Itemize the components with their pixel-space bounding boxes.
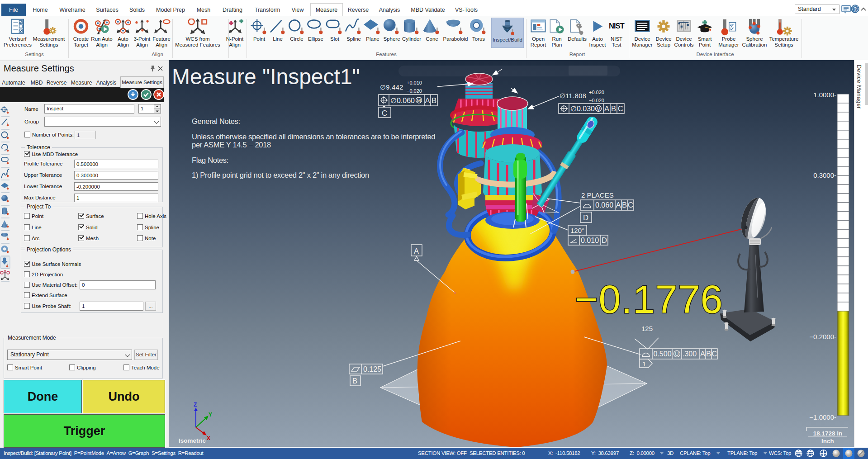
svg-text:A: A [425,96,430,104]
svg-text:B: B [622,201,627,209]
svg-text:B: B [432,96,436,104]
svg-text:0.010: 0.010 [581,237,599,244]
svg-text:A: A [414,247,419,255]
svg-text:1: 1 [642,360,646,368]
svg-text:Z: Z [194,402,197,408]
svg-text:2 PLACES: 2 PLACES [581,191,614,199]
svg-text:1) Profile point grid not to e: 1) Profile point grid not to exceed 2" x… [192,171,369,179]
svg-text:C: C [618,104,623,113]
svg-text:U: U [675,351,678,357]
svg-text:120°: 120° [570,227,584,234]
svg-text:M: M [417,98,421,103]
svg-text:?: ? [854,6,857,12]
svg-text:∅11.808: ∅11.808 [560,92,586,99]
svg-text:.300: .300 [683,350,697,358]
svg-text:−0.020: −0.020 [589,98,604,103]
svg-text:0.125: 0.125 [363,365,381,373]
svg-text:Flag Notes:: Flag Notes: [192,156,228,164]
svg-text:C: C [628,201,633,209]
svg-text:Y: Y [209,412,212,418]
svg-text:0.3000-: 0.3000- [813,171,836,179]
svg-text:Isometric: Isometric [179,437,206,444]
svg-text:∅0.030: ∅0.030 [570,105,595,113]
svg-text:−0.1776: −0.1776 [575,277,723,322]
svg-text:per ASME Y 14.5 − 2018: per ASME Y 14.5 − 2018 [192,141,271,149]
svg-text:+0.010: +0.010 [407,80,422,85]
svg-text:A: A [700,350,705,358]
svg-text:Inch: Inch [821,438,834,445]
svg-text:X: X [207,435,210,441]
svg-text:B: B [706,350,711,358]
svg-text:A: A [616,201,621,209]
svg-text:∅0.060: ∅0.060 [390,97,415,104]
svg-text:B: B [352,377,357,385]
svg-text:Unless otherwise specified all: Unless otherwise specified all dimension… [192,132,435,141]
svg-text:+0.020: +0.020 [589,90,604,95]
svg-text:A: A [604,104,609,113]
svg-text:B: B [611,104,616,113]
svg-text:−0.020: −0.020 [407,88,422,94]
svg-text:D: D [602,236,607,244]
svg-text:C: C [382,109,387,117]
svg-text:0.060: 0.060 [595,201,613,209]
svg-text:0.500: 0.500 [654,350,672,358]
svg-text:M: M [596,106,600,112]
svg-text:−1.0000-: −1.0000- [809,413,836,421]
svg-text:1.0000-: 1.0000- [813,91,836,99]
svg-text:∅9.442: ∅9.442 [380,84,403,91]
svg-text:C: C [712,350,717,358]
svg-text:D: D [583,213,588,222]
svg-text:Measure "Inspect1": Measure "Inspect1" [172,65,360,89]
svg-text:18.1728 in: 18.1728 in [813,430,843,437]
svg-text:General Notes:: General Notes: [192,117,240,125]
svg-text:125: 125 [641,325,653,332]
svg-text:−0.2000-: −0.2000- [809,333,836,341]
